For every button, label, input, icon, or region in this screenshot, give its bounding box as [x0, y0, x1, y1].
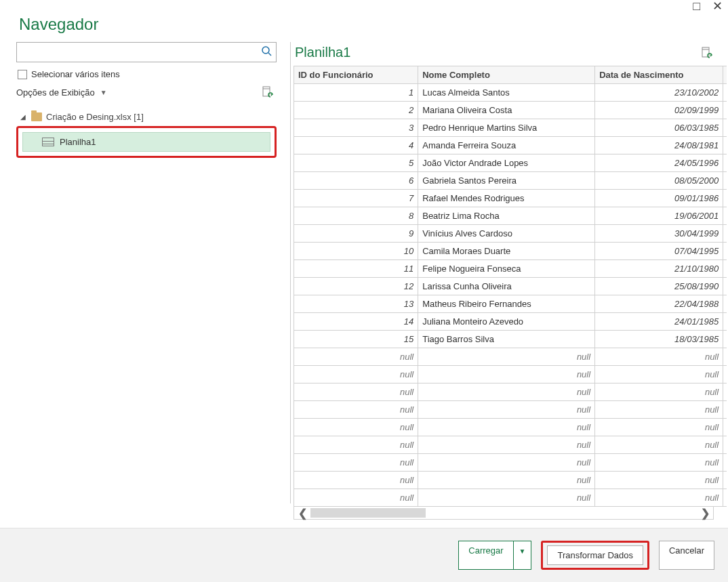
cell-id: 15 [294, 331, 418, 348]
svg-line-1 [268, 53, 271, 56]
cell-id: null [294, 348, 418, 366]
table-row[interactable]: nullnullnullTesoureiro [294, 472, 727, 489]
cell-dob: null [595, 383, 723, 401]
table-row[interactable]: nullnullnullnull [294, 419, 727, 436]
cell-end: Tesoureiro [723, 472, 727, 489]
cell-end: Avenida B [723, 207, 727, 225]
cell-dob: 24/05/1996 [595, 154, 723, 172]
cell-dob: 08/05/2000 [595, 172, 723, 190]
search-input[interactable] [17, 45, 257, 60]
cell-id: 7 [294, 190, 418, 207]
col-header-end[interactable]: Endereço [723, 66, 727, 84]
cell-id: 3 [294, 119, 418, 137]
cell-end: null [723, 419, 727, 436]
highlight-annotation: Transformar Dados [541, 541, 649, 570]
table-row[interactable]: nullnullnullnull [294, 366, 727, 383]
table-row[interactable]: 14Juliana Monteiro Azevedo24/01/1985Aven… [294, 313, 727, 331]
table-row[interactable]: nullnullnullnull [294, 383, 727, 401]
table-row[interactable]: 6Gabriela Santos Pereira08/05/2000Avenid… [294, 172, 727, 190]
tree-root-item[interactable]: ◢ Criação e Desing.xlsx [1] [16, 109, 277, 125]
cell-nome: Camila Moraes Duarte [418, 243, 595, 260]
cell-nome: null [418, 489, 595, 507]
cell-id: null [294, 472, 418, 489]
window-maximize-icon[interactable]: □ [693, 0, 700, 12]
col-header-id[interactable]: ID do Funcionário [294, 66, 418, 84]
cell-id: null [294, 419, 418, 436]
cell-id: null [294, 366, 418, 383]
refresh-preview-icon[interactable] [701, 47, 713, 59]
transform-data-button[interactable]: Transformar Dados [547, 545, 643, 565]
table-row[interactable]: 10Camila Moraes Duarte07/04/1995Avenida … [294, 243, 727, 260]
table-row[interactable]: 1Lucas Almeida Santos23/10/2002Rua das F… [294, 84, 727, 102]
cell-nome: null [418, 383, 595, 401]
table-row[interactable]: 8Beatriz Lima Rocha19/06/2001Avenida B [294, 207, 727, 225]
table-row[interactable]: 3Pedro Henrique Martins Silva06/03/1985R… [294, 119, 727, 137]
scroll-left-icon[interactable]: ❮ [294, 507, 310, 520]
cell-dob: 24/01/1985 [595, 313, 723, 331]
cell-dob: 23/10/2002 [595, 84, 723, 102]
table-row[interactable]: 15Tiago Barros Silva18/03/1985Rua das H [294, 331, 727, 348]
scroll-thumb[interactable] [310, 508, 426, 518]
table-row[interactable]: 12Larissa Cunha Oliveira25/08/1990Avenid… [294, 278, 727, 295]
search-box[interactable] [16, 42, 277, 62]
table-row[interactable]: nullnullnullAnalista F [294, 436, 727, 454]
table-row[interactable]: 7Rafael Mendes Rodrigues09/01/1986Rua da… [294, 190, 727, 207]
cancel-button[interactable]: Cancelar [659, 541, 714, 570]
table-row[interactable]: 13Matheus Ribeiro Fernandes22/04/1988Rua… [294, 295, 727, 313]
table-row[interactable]: nullnullnullAssistente [294, 489, 727, 507]
cell-end: Analista F [723, 436, 727, 454]
cell-dob: null [595, 419, 723, 436]
table-row[interactable]: 9Vinícius Alves Cardoso30/04/1999Rua dos… [294, 225, 727, 243]
refresh-icon[interactable] [262, 86, 274, 98]
cell-end: Avenida R [723, 313, 727, 331]
highlight-annotation: Planilha1 [16, 126, 277, 158]
cell-end: Rua das H [723, 331, 727, 348]
load-dropdown-button[interactable]: ▼ [514, 541, 532, 570]
table-row[interactable]: 11Felipe Nogueira Fonseca21/10/1980Rua d… [294, 260, 727, 278]
display-options-dropdown[interactable]: Opções de Exibição ▼ [16, 87, 107, 98]
cell-nome: Juliana Monteiro Azevedo [418, 313, 595, 331]
load-button[interactable]: Carregar [458, 541, 513, 570]
table-row[interactable]: 5João Victor Andrade Lopes24/05/1996Rua … [294, 154, 727, 172]
cell-end: Avenida Ir [723, 243, 727, 260]
cell-nome: Lucas Almeida Santos [418, 84, 595, 102]
cell-id: 2 [294, 102, 418, 119]
window-close-icon[interactable]: ✕ [712, 0, 723, 12]
svg-point-0 [262, 47, 269, 54]
cell-end: Avenida d [723, 172, 727, 190]
col-header-nome[interactable]: Nome Completo [418, 66, 595, 84]
horizontal-scrollbar[interactable]: ❮ ❯ [294, 506, 714, 520]
col-header-dob[interactable]: Data de Nascimento [595, 66, 723, 84]
cell-id: 5 [294, 154, 418, 172]
cell-dob: null [595, 348, 723, 366]
cell-id: 1 [294, 84, 418, 102]
cell-end: Rua do So [723, 295, 727, 313]
cell-id: 10 [294, 243, 418, 260]
table-row[interactable]: 4Amanda Ferreira Souza24/08/1981Avenida … [294, 137, 727, 154]
cell-id: 9 [294, 225, 418, 243]
cell-end: null [723, 366, 727, 383]
cell-nome: Rafael Mendes Rodrigues [418, 190, 595, 207]
cell-end: Rua das Fl [723, 84, 727, 102]
table-row[interactable]: nullnullnullnull [294, 401, 727, 419]
table-row[interactable]: nullnullnullController [294, 454, 727, 472]
tree-leaf-planilha1[interactable]: Planilha1 [22, 132, 270, 152]
scroll-right-icon[interactable]: ❯ [697, 507, 713, 520]
table-header-row: ID do Funcionário Nome Completo Data de … [294, 66, 727, 84]
cell-end: null [723, 383, 727, 401]
scroll-track[interactable] [310, 507, 697, 519]
cell-id: null [294, 401, 418, 419]
sheet-icon [42, 138, 54, 146]
tree-root-label: Criação e Desing.xlsx [1] [46, 112, 144, 122]
cell-end: Rua dos Ip [723, 119, 727, 137]
search-icon[interactable] [257, 45, 276, 59]
collapse-icon[interactable]: ◢ [20, 113, 27, 121]
display-options-label: Opções de Exibição [16, 87, 95, 98]
page-title: Navegador [0, 0, 728, 42]
select-multiple-checkbox[interactable]: Selecionar vários itens [16, 69, 277, 79]
table-row[interactable]: nullnullnullnull [294, 348, 727, 366]
cell-dob: 19/06/2001 [595, 207, 723, 225]
cell-end: Avenida C [723, 102, 727, 119]
table-row[interactable]: 2Mariana Oliveira Costa02/09/1999Avenida… [294, 102, 727, 119]
cell-nome: null [418, 366, 595, 383]
